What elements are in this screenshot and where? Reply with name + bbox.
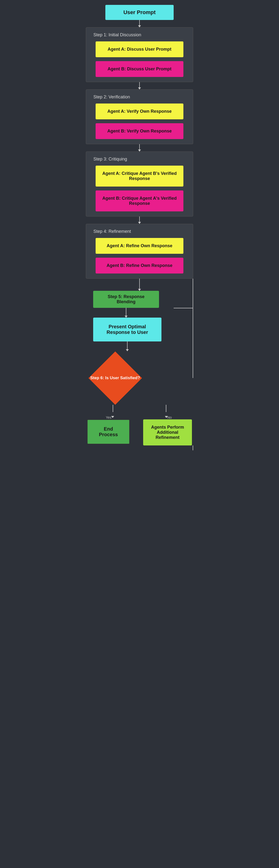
additional-refinement-label: Agents Perform Additional Refinement [151,425,184,440]
step3-agent-a: Agent A: Critique Agent B's Verified Res… [95,165,184,187]
arrow-1 [139,20,140,27]
user-prompt-label: User Prompt [123,9,156,16]
end-col: End Process [86,420,131,444]
no-label: No [167,415,172,420]
split-arrows: Yes No [86,405,193,420]
step1-agent-b: Agent B: Discuss User Prompt [95,61,184,77]
flowchart: User Prompt Step 1: Initial Discussion A… [79,5,200,450]
step2-agent-a: Agent A: Verify Own Response [95,103,184,119]
decision-diamond: Step 6: Is User Satisfied? [88,351,142,405]
feedback-bottom [86,445,193,450]
end-process-label: End Process [99,426,118,437]
diamond-area: Step 6: Is User Satisfied? [86,351,193,405]
step1-box: Step 1: Initial Discussion Agent A: Disc… [86,27,193,82]
step4-title: Step 4: Refinement [91,229,131,234]
arrow-2 [139,82,140,89]
step5-box: Step 5: Response Blending [93,291,159,308]
step3-agent-b: Agent B: Critique Agent A's Verified Res… [95,190,184,211]
arrow-5-area [86,279,193,291]
arrow-7-area [86,341,193,351]
arrow-3 [139,144,140,152]
decision-label: Step 6: Is User Satisfied? [90,375,140,381]
present-label: Present Optimal Response to User [107,324,148,335]
arrow-4 [139,217,140,224]
yes-label: Yes [106,415,111,420]
step4-box: Step 4: Refinement Agent A: Refine Own R… [86,224,193,279]
end-process-box: End Process [87,420,130,444]
step4-agent-a: Agent A: Refine Own Response [95,238,184,254]
present-box: Present Optimal Response to User [93,318,162,341]
step3-box: Step 3: Critiquing Agent A: Critique Age… [86,152,193,217]
arrow-6-area [86,308,193,318]
bottom-row: End Process Agents Perform Additional Re… [86,420,193,445]
user-prompt-box: User Prompt [105,5,174,20]
step2-box: Step 2: Verification Agent A: Verify Own… [86,89,193,144]
step2-agent-b: Agent B: Verify Own Response [95,123,184,139]
refinement-col: Agents Perform Additional Refinement [142,420,193,445]
step1-agent-a: Agent A: Discuss User Prompt [95,41,184,57]
step5-label: Step 5: Response Blending [108,294,144,304]
step2-title: Step 2: Verification [91,94,130,100]
step1-title: Step 1: Initial Discussion [91,32,141,37]
step3-title: Step 3: Critiquing [91,157,127,162]
step5-area: Step 5: Response Blending [86,291,193,308]
additional-refinement-box: Agents Perform Additional Refinement [143,420,192,445]
present-area: Present Optimal Response to User [86,318,193,341]
step4-agent-b: Agent B: Refine Own Response [95,258,184,274]
